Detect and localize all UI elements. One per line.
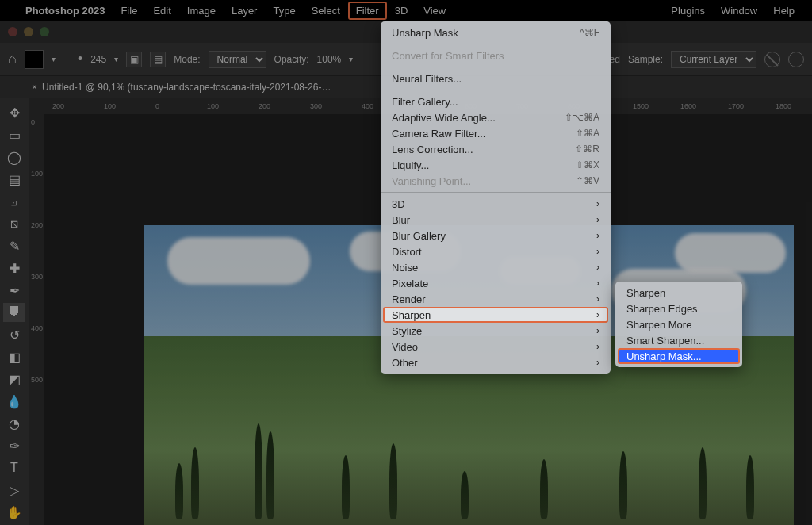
eraser-tool[interactable]: ◧ [3,347,25,366]
trailing-ed: ed [610,54,620,65]
wand-tool[interactable]: ▤ [3,170,25,189]
tool-preset-swatch[interactable] [25,50,44,69]
brush-dot-icon: • [78,51,82,67]
blur-tool[interactable]: 💧 [3,392,25,411]
brush-settings-icon[interactable]: ▤ [150,52,166,67]
ruler-vertical[interactable]: 0 100 200 300 400 500 [29,114,44,525]
filter-stylize-submenu[interactable]: Stylize› [381,323,611,339]
document-tab-title[interactable]: Untitled-1 @ 90,1% (tuscany-landscape-to… [42,82,331,93]
macos-menubar: Photoshop 2023 File Edit Image Layer Typ… [0,0,812,21]
filter-gallery[interactable]: Filter Gallery... [381,94,611,109]
menu-plugins[interactable]: Plugins [663,2,713,20]
chevron-down-icon[interactable]: ▾ [349,55,353,63]
menu-select[interactable]: Select [304,2,348,20]
filter-sharpen-submenu[interactable]: Sharpen› [383,307,608,323]
filter-other-submenu[interactable]: Other› [381,354,611,370]
menu-3d[interactable]: 3D [387,2,416,20]
type-tool[interactable]: T [3,458,25,477]
opacity-label: Opacity: [274,54,309,65]
chevron-down-icon[interactable]: ▾ [114,55,118,63]
filter-adaptive-wide-angle[interactable]: Adaptive Wide Angle...⇧⌥⌘A [381,109,611,125]
mode-label: Mode: [174,54,200,65]
heal-tool[interactable]: ✚ [3,259,25,278]
brush-tool[interactable]: ✒ [3,281,25,300]
clone-stamp-tool[interactable]: ⛊ [3,303,25,322]
minimize-dot[interactable] [24,27,33,36]
app-name[interactable]: Photoshop 2023 [17,2,113,20]
hand-tool[interactable]: ✋ [3,503,25,522]
menu-image[interactable]: Image [179,2,224,20]
home-icon[interactable]: ⌂ [8,51,17,67]
marquee-tool[interactable]: ▭ [3,125,25,144]
menu-edit[interactable]: Edit [145,2,178,20]
filter-vanishing-point: Vanishing Point...⌃⌘V [381,173,611,189]
filter-blur-submenu[interactable]: Blur› [381,212,611,228]
move-tool[interactable]: ✥ [3,103,25,122]
filter-video-submenu[interactable]: Video› [381,339,611,354]
sharpen-unsharp-mask[interactable]: Unsharp Mask... [618,348,740,364]
filter-3d-submenu[interactable]: 3D› [381,196,611,212]
menu-help[interactable]: Help [765,2,802,20]
close-tab-icon[interactable]: × [32,82,37,93]
menu-view[interactable]: View [416,2,454,20]
sharpen-sharpen[interactable]: Sharpen [615,285,742,301]
chevron-down-icon[interactable]: ▾ [52,55,56,63]
maximize-dot[interactable] [40,27,49,36]
dodge-tool[interactable]: ◔ [3,414,25,433]
frame-tool[interactable]: ⧅ [3,214,25,233]
menu-type[interactable]: Type [265,2,303,20]
ignore-adjustments-icon[interactable] [764,52,780,67]
sharpen-edges[interactable]: Sharpen Edges [615,301,742,316]
filter-render-submenu[interactable]: Render› [381,291,611,307]
opacity-value[interactable]: 100% [317,54,342,65]
filter-camera-raw[interactable]: Camera Raw Filter...⇧⌘A [381,125,611,141]
filter-lens-correction[interactable]: Lens Correction...⇧⌘R [381,141,611,157]
menu-filter[interactable]: Filter [348,2,387,20]
close-dot[interactable] [8,27,17,36]
filter-liquify[interactable]: Liquify...⇧⌘X [381,157,611,173]
crop-tool[interactable]: ⟓ [3,192,25,211]
pressure-icon[interactable] [788,52,804,67]
sharpen-submenu: Sharpen Sharpen Edges Sharpen More Smart… [615,282,742,367]
filter-blur-gallery-submenu[interactable]: Blur Gallery› [381,228,611,243]
path-select-tool[interactable]: ▷ [3,481,25,500]
brush-size[interactable]: 245 [90,54,106,65]
filter-last[interactable]: Unsharp Mask^⌘F [381,25,611,40]
sharpen-smart[interactable]: Smart Sharpen... [615,332,742,348]
filter-convert-smart: Convert for Smart Filters [381,48,611,63]
tools-panel: ✥ ▭ ◯ ▤ ⟓ ⧅ ✎ ✚ ✒ ⛊ ↺ ◧ ◩ 💧 ◔ ✑ T ▷ ✋ [0,98,29,525]
menu-file[interactable]: File [113,2,145,20]
sample-select[interactable]: Current Layer [671,51,756,68]
filter-menu: Unsharp Mask^⌘F Convert for Smart Filter… [381,21,611,374]
menu-layer[interactable]: Layer [224,2,266,20]
sample-label: Sample: [628,54,663,65]
sharpen-more[interactable]: Sharpen More [615,316,742,332]
brush-panel-icon[interactable]: ▣ [126,52,142,67]
history-brush-tool[interactable]: ↺ [3,325,25,344]
blend-mode-select[interactable]: Normal [209,51,266,68]
lasso-tool[interactable]: ◯ [3,148,25,167]
filter-pixelate-submenu[interactable]: Pixelate› [381,275,611,291]
filter-noise-submenu[interactable]: Noise› [381,259,611,275]
menu-window[interactable]: Window [713,2,765,20]
gradient-tool[interactable]: ◩ [3,370,25,389]
pen-tool[interactable]: ✑ [3,436,25,455]
eyedropper-tool[interactable]: ✎ [3,236,25,255]
filter-neural[interactable]: Neural Filters... [381,71,611,86]
filter-distort-submenu[interactable]: Distort› [381,243,611,259]
